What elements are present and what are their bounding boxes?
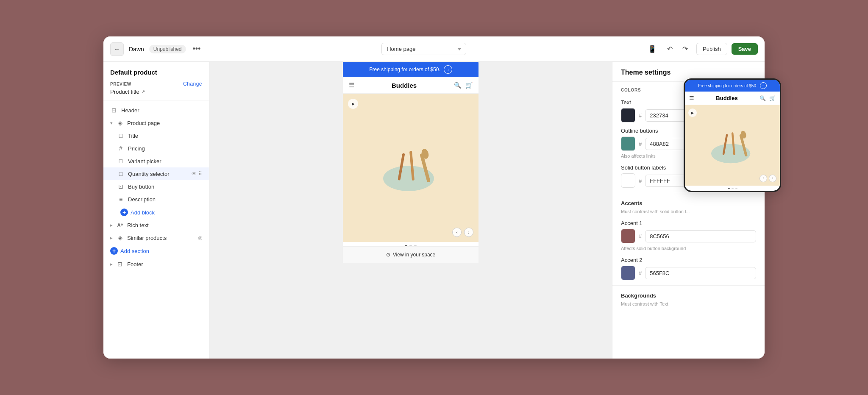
sidebar-item-header[interactable]: ⊡ Header bbox=[103, 104, 209, 117]
sidebar-title: Default product bbox=[103, 69, 209, 81]
variant-icon: □ bbox=[117, 158, 125, 164]
more-button[interactable]: ••• bbox=[191, 45, 203, 53]
accent2-swatch[interactable] bbox=[621, 266, 635, 280]
top-bar-right: 📱 ↶ ↷ Publish Save bbox=[645, 42, 758, 56]
dot-2 bbox=[409, 245, 412, 246]
solid-labels-swatch[interactable] bbox=[621, 173, 635, 188]
mobile-product-svg bbox=[698, 124, 766, 167]
mobile-next-arrow[interactable]: › bbox=[769, 175, 776, 182]
add-block-label: Add block bbox=[131, 209, 155, 216]
sidebar-item-variant-picker[interactable]: □ Variant picker bbox=[103, 155, 209, 167]
backgrounds-label: Backgrounds bbox=[612, 289, 765, 300]
add-block-button[interactable]: + Add block bbox=[103, 206, 209, 219]
promo-text: Free shipping for orders of $50. bbox=[369, 67, 440, 72]
outline-buttons-swatch[interactable] bbox=[621, 136, 635, 151]
add-section-button[interactable]: + Add section bbox=[103, 244, 209, 258]
sidebar-item-pricing[interactable]: # Pricing bbox=[103, 142, 209, 155]
center-content: Free shipping for orders of $50. → ☰ Bud… bbox=[209, 62, 612, 359]
sidebar-item-rich-text[interactable]: ▸ Aᵒ Rich text bbox=[103, 219, 209, 231]
status-badge: Unpublished bbox=[149, 45, 186, 53]
header-icon: ⊡ bbox=[110, 107, 118, 114]
sidebar-item-description[interactable]: ≡ Description bbox=[103, 193, 209, 206]
mobile-play-button: ▶ bbox=[688, 108, 697, 117]
accent1-label: Accent 1 bbox=[621, 220, 756, 226]
store-header: ☰ Buddies 🔍 🛒 bbox=[343, 77, 479, 94]
sidebar-item-footer[interactable]: ▸ ⊡ Footer bbox=[103, 258, 209, 270]
mobile-carousel-arrows: ‹ › bbox=[760, 175, 776, 182]
drag-icon[interactable]: ⠿ bbox=[198, 171, 202, 177]
store-logo: Buddies bbox=[354, 82, 454, 89]
view-space-label: View in your space bbox=[393, 252, 436, 258]
accent2-input[interactable] bbox=[645, 267, 756, 279]
sidebar-item-label: Buy button bbox=[128, 184, 154, 190]
backgrounds-note: Must contrast with Text bbox=[612, 300, 765, 309]
mobile-prev-arrow[interactable]: ‹ bbox=[760, 175, 767, 182]
sidebar-item-buy-button[interactable]: ⊡ Buy button bbox=[103, 180, 209, 193]
desc-icon: ≡ bbox=[117, 196, 125, 203]
mobile-dot-2 bbox=[732, 188, 734, 189]
external-link-icon: ↗ bbox=[141, 89, 145, 95]
visibility-icon[interactable]: ◎ bbox=[198, 235, 202, 241]
accent1-input[interactable] bbox=[645, 230, 756, 242]
accent1-swatch[interactable] bbox=[621, 229, 635, 243]
sidebar-item-label: Variant picker bbox=[128, 158, 161, 164]
play-button[interactable]: ▶ bbox=[348, 99, 358, 109]
view-in-space-button[interactable]: ⊙ View in your space bbox=[343, 246, 479, 263]
undo-button[interactable]: ↶ bbox=[663, 42, 677, 56]
item-actions: ◎ bbox=[198, 235, 202, 241]
dot-1 bbox=[405, 245, 407, 246]
save-button[interactable]: Save bbox=[732, 43, 758, 55]
mobile-preview-button[interactable]: 📱 bbox=[645, 42, 659, 56]
undo-icon: ↶ bbox=[667, 45, 673, 53]
carousel-prev[interactable]: ‹ bbox=[452, 228, 462, 237]
mobile-cart-icon: 🛒 bbox=[769, 95, 776, 101]
sidebar-item-product-page[interactable]: ▾ ◈ Product page bbox=[103, 117, 209, 129]
mobile-dot-1 bbox=[728, 188, 730, 189]
sidebar-item-title[interactable]: □ Title bbox=[103, 129, 209, 142]
hamburger-icon[interactable]: ☰ bbox=[349, 81, 354, 89]
store-name: Dawn bbox=[129, 46, 144, 53]
promo-banner: Free shipping for orders of $50. → bbox=[343, 62, 479, 77]
accent2-hash: # bbox=[639, 270, 642, 276]
accent2-label: Accent 2 bbox=[621, 257, 756, 263]
mobile-store-header: ☰ Buddies 🔍 🛒 bbox=[685, 92, 780, 105]
publish-button[interactable]: Publish bbox=[696, 43, 727, 55]
dot-3 bbox=[414, 245, 417, 246]
redo-button[interactable]: ↷ bbox=[679, 42, 692, 56]
back-button[interactable]: ← bbox=[110, 42, 124, 56]
chevron-icon: ▸ bbox=[110, 223, 113, 228]
sidebar-item-label: Similar products bbox=[127, 235, 167, 241]
mobile-hamburger-icon: ☰ bbox=[689, 95, 694, 101]
accent1-input-row: # bbox=[621, 229, 756, 243]
page-select[interactable]: Home page Product page Collections bbox=[381, 43, 466, 55]
sidebar-item-label: Description bbox=[128, 196, 156, 203]
cart-icon[interactable]: 🛒 bbox=[465, 82, 473, 89]
mobile-product-image: ▶ ‹ › bbox=[685, 105, 780, 186]
text-color-swatch[interactable] bbox=[621, 108, 635, 122]
preview-value: Product title ↗ bbox=[110, 89, 202, 95]
header-icons: 🔍 🛒 bbox=[454, 82, 473, 89]
buy-icon: ⊡ bbox=[117, 183, 125, 190]
accents-note: Must contrast with solid button l... bbox=[612, 208, 765, 217]
search-icon[interactable]: 🔍 bbox=[454, 82, 461, 89]
preview-frame: Free shipping for orders of $50. → ☰ Bud… bbox=[343, 62, 479, 263]
mobile-icon: 📱 bbox=[648, 45, 657, 53]
back-icon: ← bbox=[114, 46, 120, 53]
undo-redo-group: ↶ ↷ bbox=[663, 42, 692, 56]
add-block-plus-icon: + bbox=[120, 209, 128, 216]
promo-arrow-icon[interactable]: → bbox=[444, 65, 452, 74]
preview-label: PREVIEW Change bbox=[110, 81, 202, 87]
mobile-search-icon: 🔍 bbox=[760, 95, 766, 101]
sidebar-item-similar-products[interactable]: ▸ ◈ Similar products ◎ bbox=[103, 231, 209, 244]
eye-icon[interactable]: 👁 bbox=[192, 171, 197, 177]
sidebar-item-quantity-selector[interactable]: □ Quantity selector 👁 ⠿ bbox=[103, 167, 209, 180]
mobile-dot-3 bbox=[735, 188, 737, 189]
carousel-next[interactable]: › bbox=[464, 228, 473, 237]
mobile-promo-banner: Free shipping for orders of $50. → bbox=[685, 80, 780, 92]
change-link[interactable]: Change bbox=[183, 81, 202, 87]
add-section-plus-icon: + bbox=[110, 247, 118, 255]
sidebar-item-label: Header bbox=[121, 107, 139, 114]
top-bar-center: Home page Product page Collections bbox=[207, 43, 640, 55]
sidebar-item-label: Title bbox=[128, 133, 138, 139]
sidebar-item-label: Pricing bbox=[128, 145, 145, 152]
